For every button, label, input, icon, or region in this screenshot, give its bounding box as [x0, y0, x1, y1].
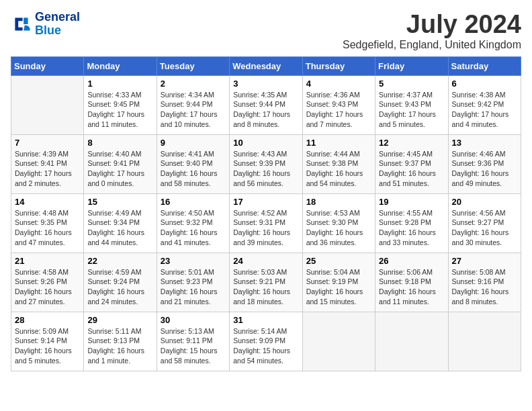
calendar-cell: [11, 75, 84, 134]
calendar-week-3: 14Sunrise: 4:48 AM Sunset: 9:35 PM Dayli…: [11, 193, 521, 253]
calendar-cell: 15Sunrise: 4:49 AM Sunset: 9:34 PM Dayli…: [84, 193, 157, 253]
calendar-cell: 5Sunrise: 4:37 AM Sunset: 9:43 PM Daylig…: [375, 75, 448, 134]
day-number: 15: [87, 197, 152, 207]
day-info: Sunrise: 5:01 AM Sunset: 9:23 PM Dayligh…: [161, 267, 226, 307]
day-number: 12: [379, 138, 444, 148]
day-info: Sunrise: 4:58 AM Sunset: 9:26 PM Dayligh…: [15, 267, 80, 307]
day-info: Sunrise: 5:14 AM Sunset: 9:09 PM Dayligh…: [233, 326, 298, 366]
calendar-cell: [302, 312, 375, 371]
calendar-cell: 3Sunrise: 4:35 AM Sunset: 9:44 PM Daylig…: [230, 75, 302, 134]
day-number: 16: [161, 197, 226, 207]
calendar-cell: 12Sunrise: 4:45 AM Sunset: 9:37 PM Dayli…: [375, 134, 448, 193]
day-info: Sunrise: 4:55 AM Sunset: 9:28 PM Dayligh…: [379, 208, 444, 248]
calendar-cell: 6Sunrise: 4:38 AM Sunset: 9:42 PM Daylig…: [448, 75, 521, 134]
day-number: 18: [306, 197, 371, 207]
logo-icon: [11, 13, 32, 35]
location-subtitle: Sedgefield, England, United Kingdom: [343, 39, 521, 51]
weekday-saturday: Saturday: [448, 56, 521, 75]
day-number: 22: [87, 256, 152, 266]
weekday-header-row: SundayMondayTuesdayWednesdayThursdayFrid…: [11, 56, 521, 75]
day-info: Sunrise: 4:44 AM Sunset: 9:38 PM Dayligh…: [306, 149, 371, 189]
day-number: 23: [161, 256, 226, 266]
calendar-cell: 17Sunrise: 4:52 AM Sunset: 9:31 PM Dayli…: [230, 193, 302, 253]
calendar-cell: 7Sunrise: 4:39 AM Sunset: 9:41 PM Daylig…: [11, 134, 84, 193]
calendar-week-1: 1Sunrise: 4:33 AM Sunset: 9:45 PM Daylig…: [11, 75, 521, 134]
weekday-monday: Monday: [84, 56, 157, 75]
calendar-cell: 27Sunrise: 5:08 AM Sunset: 9:16 PM Dayli…: [448, 253, 521, 312]
month-year-title: July 2024: [343, 11, 521, 39]
calendar-cell: 25Sunrise: 5:04 AM Sunset: 9:19 PM Dayli…: [302, 253, 375, 312]
calendar-week-2: 7Sunrise: 4:39 AM Sunset: 9:41 PM Daylig…: [11, 134, 521, 193]
day-number: 30: [161, 315, 226, 325]
logo: General Blue: [11, 11, 80, 38]
day-info: Sunrise: 4:36 AM Sunset: 9:43 PM Dayligh…: [306, 90, 371, 130]
page-header: General Blue July 2024 Sedgefield, Engla…: [11, 11, 521, 51]
day-info: Sunrise: 4:34 AM Sunset: 9:44 PM Dayligh…: [161, 90, 226, 130]
day-info: Sunrise: 4:53 AM Sunset: 9:30 PM Dayligh…: [306, 208, 371, 248]
calendar-cell: 9Sunrise: 4:41 AM Sunset: 9:40 PM Daylig…: [157, 134, 229, 193]
day-info: Sunrise: 5:04 AM Sunset: 9:19 PM Dayligh…: [306, 267, 371, 307]
calendar-week-4: 21Sunrise: 4:58 AM Sunset: 9:26 PM Dayli…: [11, 253, 521, 312]
logo-text: General Blue: [35, 11, 80, 38]
calendar-week-5: 28Sunrise: 5:09 AM Sunset: 9:14 PM Dayli…: [11, 312, 521, 371]
day-number: 1: [87, 79, 152, 89]
day-number: 3: [233, 79, 298, 89]
calendar-header: SundayMondayTuesdayWednesdayThursdayFrid…: [11, 56, 521, 75]
day-number: 20: [452, 197, 517, 207]
calendar-cell: 24Sunrise: 5:03 AM Sunset: 9:21 PM Dayli…: [230, 253, 302, 312]
calendar-cell: 20Sunrise: 4:56 AM Sunset: 9:27 PM Dayli…: [448, 193, 521, 253]
calendar-cell: 13Sunrise: 4:46 AM Sunset: 9:36 PM Dayli…: [448, 134, 521, 193]
day-info: Sunrise: 4:33 AM Sunset: 9:45 PM Dayligh…: [87, 90, 152, 130]
day-number: 21: [15, 256, 80, 266]
calendar-cell: 2Sunrise: 4:34 AM Sunset: 9:44 PM Daylig…: [157, 75, 229, 134]
weekday-tuesday: Tuesday: [157, 56, 229, 75]
calendar-cell: 31Sunrise: 5:14 AM Sunset: 9:09 PM Dayli…: [230, 312, 302, 371]
day-info: Sunrise: 4:45 AM Sunset: 9:37 PM Dayligh…: [379, 149, 444, 189]
day-info: Sunrise: 4:35 AM Sunset: 9:44 PM Dayligh…: [233, 90, 298, 130]
day-info: Sunrise: 4:46 AM Sunset: 9:36 PM Dayligh…: [452, 149, 517, 189]
calendar-cell: 14Sunrise: 4:48 AM Sunset: 9:35 PM Dayli…: [11, 193, 84, 253]
calendar-cell: 28Sunrise: 5:09 AM Sunset: 9:14 PM Dayli…: [11, 312, 84, 371]
day-number: 29: [87, 315, 152, 325]
calendar-cell: 4Sunrise: 4:36 AM Sunset: 9:43 PM Daylig…: [302, 75, 375, 134]
calendar-cell: 8Sunrise: 4:40 AM Sunset: 9:41 PM Daylig…: [84, 134, 157, 193]
calendar-cell: 16Sunrise: 4:50 AM Sunset: 9:32 PM Dayli…: [157, 193, 229, 253]
day-number: 28: [15, 315, 80, 325]
day-number: 8: [87, 138, 152, 148]
day-info: Sunrise: 5:13 AM Sunset: 9:11 PM Dayligh…: [161, 326, 226, 366]
calendar-cell: 21Sunrise: 4:58 AM Sunset: 9:26 PM Dayli…: [11, 253, 84, 312]
day-info: Sunrise: 4:56 AM Sunset: 9:27 PM Dayligh…: [452, 208, 517, 248]
day-info: Sunrise: 4:48 AM Sunset: 9:35 PM Dayligh…: [15, 208, 80, 248]
day-info: Sunrise: 5:06 AM Sunset: 9:18 PM Dayligh…: [379, 267, 444, 307]
calendar-cell: 22Sunrise: 4:59 AM Sunset: 9:24 PM Dayli…: [84, 253, 157, 312]
calendar-cell: [375, 312, 448, 371]
day-number: 4: [306, 79, 371, 89]
calendar-cell: 19Sunrise: 4:55 AM Sunset: 9:28 PM Dayli…: [375, 193, 448, 253]
day-number: 25: [306, 256, 371, 266]
day-number: 2: [161, 79, 226, 89]
day-info: Sunrise: 5:09 AM Sunset: 9:14 PM Dayligh…: [15, 326, 80, 366]
day-number: 9: [161, 138, 226, 148]
day-number: 7: [15, 138, 80, 148]
day-number: 17: [233, 197, 298, 207]
day-number: 11: [306, 138, 371, 148]
day-number: 14: [15, 197, 80, 207]
day-info: Sunrise: 4:49 AM Sunset: 9:34 PM Dayligh…: [87, 208, 152, 248]
day-info: Sunrise: 4:37 AM Sunset: 9:43 PM Dayligh…: [379, 90, 444, 130]
day-number: 10: [233, 138, 298, 148]
day-info: Sunrise: 5:11 AM Sunset: 9:13 PM Dayligh…: [87, 326, 152, 366]
day-info: Sunrise: 4:59 AM Sunset: 9:24 PM Dayligh…: [87, 267, 152, 307]
day-number: 6: [452, 79, 517, 89]
day-info: Sunrise: 4:43 AM Sunset: 9:39 PM Dayligh…: [233, 149, 298, 189]
day-number: 5: [379, 79, 444, 89]
day-info: Sunrise: 4:38 AM Sunset: 9:42 PM Dayligh…: [452, 90, 517, 130]
calendar-body: 1Sunrise: 4:33 AM Sunset: 9:45 PM Daylig…: [11, 75, 521, 371]
calendar-cell: 1Sunrise: 4:33 AM Sunset: 9:45 PM Daylig…: [84, 75, 157, 134]
weekday-thursday: Thursday: [302, 56, 375, 75]
calendar-cell: [448, 312, 521, 371]
day-info: Sunrise: 5:03 AM Sunset: 9:21 PM Dayligh…: [233, 267, 298, 307]
day-info: Sunrise: 4:41 AM Sunset: 9:40 PM Dayligh…: [161, 149, 226, 189]
calendar-cell: 30Sunrise: 5:13 AM Sunset: 9:11 PM Dayli…: [157, 312, 229, 371]
day-number: 19: [379, 197, 444, 207]
calendar-cell: 10Sunrise: 4:43 AM Sunset: 9:39 PM Dayli…: [230, 134, 302, 193]
